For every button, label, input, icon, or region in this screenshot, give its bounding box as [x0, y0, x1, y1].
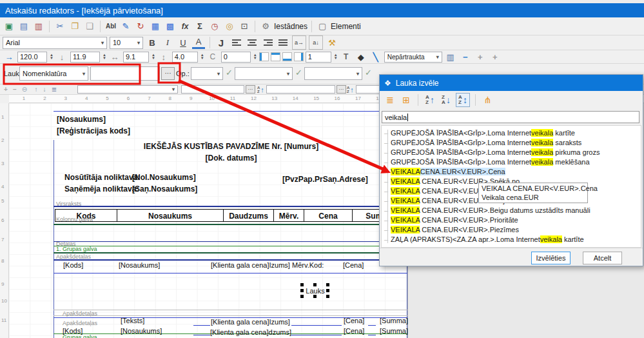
group-select[interactable]: ▾ — [77, 85, 178, 94]
selection-handle[interactable] — [313, 283, 317, 286]
report-field[interactable]: [Summa] — [380, 327, 408, 335]
field-item[interactable]: –GRUPĒJOŠĀ ĪPAŠĪBA<GrĪp>.Loma Internetve… — [382, 147, 641, 157]
function-tool-button[interactable]: fx — [179, 20, 191, 33]
table-header-cell[interactable]: Nosaukums — [117, 209, 224, 222]
report-field[interactable]: Apakšdetaļas — [56, 254, 91, 260]
selection-handle[interactable] — [326, 289, 329, 292]
border-width-spinner[interactable]: ▲▼ — [334, 54, 338, 60]
align-center-button[interactable] — [246, 36, 259, 49]
border-bottom-button[interactable] — [282, 52, 292, 61]
border-left-button[interactable] — [259, 52, 269, 61]
selection-handle[interactable] — [300, 283, 304, 286]
elements-button[interactable]: Elementi — [331, 22, 361, 31]
font-size-select[interactable]: 10 ▾ — [110, 37, 143, 49]
table-header-cell[interactable]: Mērv. — [274, 209, 304, 222]
y-spinner[interactable]: ▲▼ — [102, 54, 106, 60]
line-color-button[interactable]: ╲ — [369, 50, 382, 63]
report-field[interactable]: [Klienta gala cena]Izums] — [211, 318, 290, 326]
field-item[interactable]: –VEIKALA CENA.EUR<V.EUR>.Prioritāte — [382, 215, 641, 224]
y-position-input[interactable]: 11.9 — [70, 52, 100, 63]
report-field[interactable]: [Cena] — [343, 261, 364, 269]
report-field[interactable]: Saņēmēja noliktava: — [64, 184, 139, 194]
rotation-spinner[interactable]: ▲▼ — [253, 54, 257, 60]
field-item[interactable]: –VEIKALA CENA.EUR<V.EUR>.Cena — [382, 166, 641, 176]
selection-handle[interactable] — [313, 295, 317, 298]
report-field[interactable]: [Nosaukums] — [119, 261, 160, 269]
datetime-field-button[interactable]: ◷ — [208, 20, 221, 33]
text-edit-tool-button[interactable]: ✎ — [119, 20, 132, 33]
report-field[interactable]: 1. Grupas galva — [56, 246, 97, 252]
report-field[interactable]: IEKŠĒJĀS KUSTĪBAS PAVADZĪME Nr. [Numurs] — [55, 142, 407, 151]
sort-picker-button-1[interactable]: ··· — [246, 85, 255, 94]
list-view-icon[interactable]: ≣ — [384, 94, 396, 106]
field-expression-input[interactable] — [90, 66, 160, 81]
add-button[interactable]: + — [1, 85, 10, 94]
report-field[interactable]: Nosūtītāja noliktava: — [64, 173, 140, 182]
report-field[interactable]: [Reģistrācijas kods] — [57, 126, 130, 135]
sort-field-input-1[interactable] — [181, 85, 244, 94]
underline-button[interactable]: U — [177, 36, 190, 49]
select-button[interactable]: Izvēlēties — [531, 252, 571, 264]
report-field[interactable]: [Klienta gala cena]dzums] — [210, 328, 291, 336]
op-check-2[interactable]: ✓ — [295, 68, 302, 77]
report-field[interactable]: [PvzPap.PrSaņ.Adrese] — [282, 175, 368, 184]
print-button[interactable]: ▥ — [32, 20, 45, 33]
border-top-button[interactable] — [271, 52, 280, 61]
field-picker-button[interactable]: ··· — [161, 67, 175, 80]
sort-direction-icon-2[interactable]: AZ↑ — [347, 86, 354, 94]
wrap-overflow-button[interactable]: a→ — [292, 35, 306, 50]
report-field[interactable]: [Kods] — [63, 261, 83, 269]
selection-handle[interactable] — [326, 283, 329, 286]
wrap-down-button[interactable]: a↓ — [309, 35, 323, 50]
field-item[interactable]: –GRUPĒJOŠĀ ĪPAŠĪBA<GrĪp>.Loma Internetve… — [382, 157, 641, 166]
zoom-in-button[interactable]: + — [474, 50, 487, 63]
save-help-button[interactable]: ▤ — [17, 20, 30, 33]
selection-handle[interactable] — [326, 295, 329, 298]
table-header-cell[interactable]: Cena — [304, 209, 353, 222]
report-field[interactable]: Mērv.Kod: — [292, 261, 324, 269]
field-item[interactable]: –GRUPĒJOŠĀ ĪPAŠĪBA<GrĪp>.Loma Internetve… — [382, 128, 641, 137]
save-button[interactable]: ▣ — [3, 20, 15, 33]
report-field[interactable]: [Nosaukums] — [121, 327, 162, 335]
line-style-select[interactable]: Nepārtraukta ▾ — [384, 52, 442, 63]
sort-ascending-icon[interactable]: AZ↑ — [424, 94, 436, 106]
op-check-1[interactable]: ✓ — [226, 68, 233, 77]
font-family-select[interactable]: Arial ▾ — [3, 37, 107, 49]
report-field[interactable]: [Cena] — [344, 317, 364, 324]
group-list-icon[interactable]: ≣ — [50, 85, 59, 94]
move-up-button[interactable]: ↑ — [32, 85, 41, 94]
wrench-settings-button[interactable]: ⚒ — [326, 36, 338, 49]
remove-button[interactable]: − — [10, 85, 19, 94]
x-position-input[interactable]: 120.0 — [17, 52, 47, 63]
report-field[interactable]: [Cena] — [344, 327, 364, 335]
rotation-input[interactable]: 0 — [221, 52, 251, 63]
tree-filter-icon[interactable]: ⋔ — [481, 94, 494, 106]
label-tool-button[interactable]: Abl — [104, 20, 117, 33]
sort-direction-icon-1[interactable]: AZ↑ — [257, 86, 264, 94]
image-layer-tool-button[interactable]: ▩ — [164, 20, 177, 33]
italic-button[interactable]: I — [161, 36, 174, 49]
sort-toggle-icon[interactable]: AZ↕ — [456, 93, 470, 107]
report-field[interactable]: [Nol.Nosaukums] — [132, 173, 196, 182]
report-field[interactable]: [Nosaukums] — [57, 115, 106, 124]
op-select-2[interactable]: ▾ — [235, 67, 293, 80]
op-select-3[interactable]: ▾ — [304, 67, 362, 80]
sum-tool-button[interactable]: Σ — [193, 20, 206, 33]
settings-button[interactable]: Iestādnes — [274, 22, 307, 31]
table-header-cell[interactable]: Daudzums — [224, 209, 274, 222]
printable-toggle-button[interactable]: ▥ — [444, 50, 457, 63]
field-type-select[interactable]: Nomenklatūra ▾ — [19, 66, 88, 81]
report-field[interactable]: Virsraksts — [56, 201, 81, 207]
border-width-input[interactable]: 1 — [306, 52, 331, 63]
align-justify-button[interactable] — [277, 36, 289, 49]
selection-tool-button[interactable]: ⊡ — [238, 20, 251, 33]
zoom-out-button[interactable]: − — [459, 50, 472, 63]
align-left-button[interactable] — [230, 36, 243, 49]
rotate-tool-button[interactable]: ↻ — [134, 20, 147, 33]
report-field[interactable]: Grupas galva — [63, 334, 97, 338]
move-down-button[interactable]: ↓ — [40, 85, 49, 94]
width-input[interactable]: 9.1 — [123, 52, 149, 63]
report-field[interactable]: [Teksts] — [121, 317, 144, 324]
field-item[interactable]: –VEIKALA CENA.EUR<V.EUR>.Piezīmes — [382, 224, 641, 234]
field-search-input[interactable]: veikala — [382, 111, 639, 123]
